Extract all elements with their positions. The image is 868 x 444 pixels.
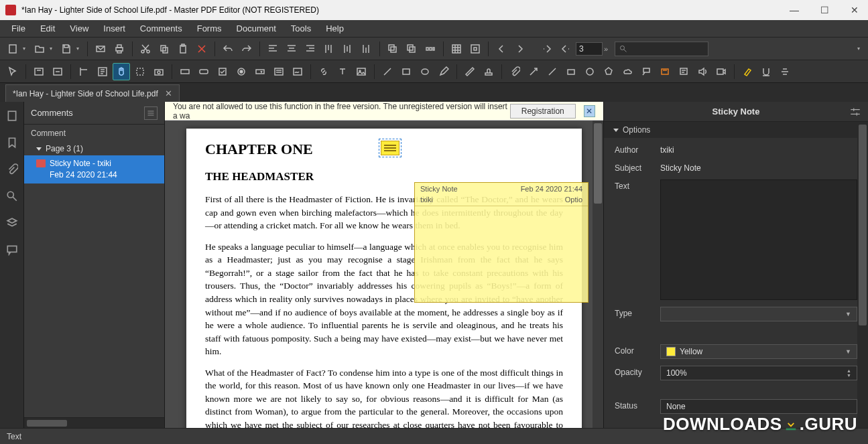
comments-page-row[interactable]: Page 3 (1) [24, 142, 164, 155]
thumbnails-icon[interactable] [5, 108, 19, 123]
edit-doc-icon[interactable] [94, 63, 111, 80]
form-combo-icon[interactable] [251, 63, 269, 80]
cut-icon[interactable] [137, 40, 154, 58]
text-input[interactable] [660, 179, 857, 300]
sticky-popup-body[interactable] [415, 206, 588, 214]
minimize-button[interactable]: — [786, 5, 803, 15]
cloud-annot-icon[interactable] [619, 63, 636, 80]
copy-icon[interactable] [156, 40, 173, 58]
type-select[interactable]: ▼ [660, 307, 857, 321]
layers-icon[interactable] [5, 216, 19, 230]
form-button-icon[interactable] [195, 63, 212, 80]
align-bottom-icon[interactable] [358, 40, 375, 58]
pointer-tool-icon[interactable] [4, 63, 21, 80]
edit-text-icon[interactable] [30, 63, 48, 80]
polygon-annot-icon[interactable] [600, 63, 617, 80]
comments-options-icon[interactable] [144, 106, 158, 120]
send-back-icon[interactable] [403, 40, 420, 58]
dropdown-icon[interactable]: ▾ [76, 46, 83, 52]
video-annot-icon[interactable] [712, 63, 730, 80]
save-icon[interactable] [58, 40, 75, 58]
line-annot-icon[interactable] [544, 63, 561, 80]
textbox-icon[interactable] [656, 63, 674, 80]
hand-tool-icon[interactable] [113, 63, 130, 80]
edit-form-icon[interactable] [49, 63, 66, 80]
highlight-icon[interactable] [739, 63, 756, 80]
line-icon[interactable] [379, 63, 396, 80]
sticky-note-icon[interactable] [675, 63, 692, 80]
sticky-popup-options[interactable]: Optio [565, 196, 582, 204]
menu-help[interactable]: Help [320, 21, 350, 35]
page-number-input[interactable] [576, 42, 603, 56]
form-sign-icon[interactable] [289, 63, 306, 80]
email-icon[interactable] [92, 40, 109, 58]
bookmarks-icon[interactable] [5, 135, 19, 150]
open-icon[interactable] [31, 40, 48, 58]
sticky-note-annotation[interactable] [381, 141, 399, 155]
search-box[interactable] [615, 42, 708, 56]
document-tab[interactable]: *Ian Hay - Lighter Side of School Life.p… [5, 84, 180, 102]
dropdown-icon[interactable]: ▾ [23, 46, 29, 52]
page-overflow-icon[interactable]: » [604, 45, 611, 53]
arrow-annot-icon[interactable] [525, 63, 542, 80]
menu-insert[interactable]: Insert [97, 21, 131, 35]
options-section-header[interactable]: Options [604, 122, 868, 138]
status-select[interactable]: None [660, 399, 857, 414]
close-button[interactable]: ✕ [847, 5, 863, 15]
callout-icon[interactable] [637, 63, 655, 80]
properties-scrollbar-v[interactable] [857, 122, 868, 428]
align-top-icon[interactable] [320, 40, 338, 58]
comments-item-selected[interactable]: Sticky Note - txiki Feb 24 2020 21:44 [24, 155, 164, 183]
circle-annot-icon[interactable] [581, 63, 599, 80]
menu-view[interactable]: View [64, 21, 95, 35]
menu-document[interactable]: Document [231, 21, 282, 35]
pencil-icon[interactable] [435, 63, 452, 80]
search-panel-icon[interactable] [5, 189, 19, 204]
rect-annot-icon[interactable] [562, 63, 580, 80]
ellipse-icon[interactable] [416, 63, 434, 80]
grid-icon[interactable] [448, 40, 465, 58]
tab-close-icon[interactable]: ✕ [165, 88, 172, 98]
select-tool-icon[interactable] [75, 63, 92, 80]
delete-icon[interactable] [193, 40, 210, 58]
form-text-icon[interactable] [176, 63, 194, 80]
menu-tools[interactable]: Tools [285, 21, 317, 35]
menu-forms[interactable]: Forms [191, 21, 228, 35]
sound-annot-icon[interactable] [694, 63, 711, 80]
bring-front-icon[interactable] [384, 40, 401, 58]
form-list-icon[interactable] [270, 63, 288, 80]
first-page-icon[interactable] [538, 40, 556, 58]
align-center-icon[interactable] [283, 40, 300, 58]
paste-icon[interactable] [174, 40, 192, 58]
document-scrollbar-v[interactable] [593, 121, 603, 428]
attachments-icon[interactable] [5, 162, 19, 177]
sticky-note-popup[interactable]: Sticky Note Feb 24 2020 21:44 txiki Opti… [414, 182, 588, 303]
registration-button[interactable]: Registration [510, 104, 576, 119]
menu-comments[interactable]: Comments [134, 21, 188, 35]
warning-close-icon[interactable]: ✕ [584, 105, 595, 117]
rect-icon[interactable] [397, 63, 415, 80]
distribute-icon[interactable] [422, 40, 439, 58]
insert-text-icon[interactable] [334, 63, 351, 80]
opacity-spinner[interactable]: 100% ▲▼ [660, 366, 857, 380]
align-right-icon[interactable] [302, 40, 319, 58]
last-page-icon[interactable] [557, 40, 574, 58]
menu-edit[interactable]: Edit [34, 21, 61, 35]
properties-settings-icon[interactable] [849, 106, 861, 118]
dropdown-icon[interactable]: ▾ [50, 46, 56, 52]
attach-icon[interactable] [506, 63, 523, 80]
undo-icon[interactable] [219, 40, 237, 58]
measure-icon[interactable] [461, 63, 479, 80]
prev-page-icon[interactable] [493, 40, 510, 58]
next-page-icon[interactable] [511, 40, 529, 58]
dropdown-icon[interactable]: ▾ [857, 46, 864, 52]
strikeout-icon[interactable] [776, 63, 794, 80]
align-middle-icon[interactable] [339, 40, 357, 58]
insert-image-icon[interactable] [353, 63, 370, 80]
spin-down-icon[interactable]: ▼ [847, 373, 851, 378]
new-doc-icon[interactable] [4, 40, 21, 58]
redo-icon[interactable] [238, 40, 255, 58]
comments-panel-icon[interactable] [5, 242, 19, 257]
comments-scrollbar-h[interactable] [24, 417, 164, 428]
form-check-icon[interactable] [214, 63, 231, 80]
